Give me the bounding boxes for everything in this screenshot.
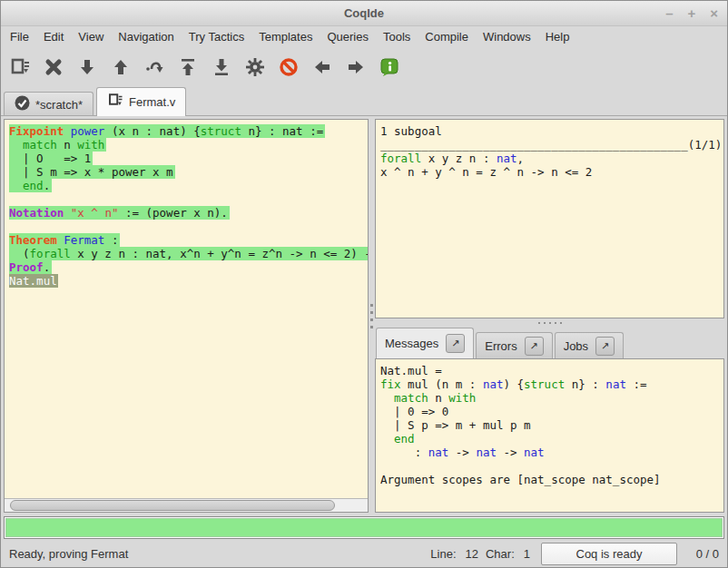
- about-button[interactable]: [378, 55, 401, 79]
- code-line: | O => 1: [9, 152, 368, 165]
- close-button[interactable]: ×: [710, 6, 718, 20]
- code-line: : nat -> nat -> nat: [380, 446, 723, 459]
- toolbar: [1, 47, 727, 86]
- menu-item-navigation[interactable]: Navigation: [111, 28, 181, 45]
- code-line: Notation "x ^ n" := (power x n).: [9, 206, 368, 220]
- progress-fill: [5, 518, 723, 537]
- messages-pane[interactable]: Nat.mul =fix mul (n m : nat) {struct n} …: [375, 358, 724, 513]
- goals-pane[interactable]: 1 subgoal_______________________________…: [375, 119, 724, 318]
- tab-label: *scratch*: [35, 98, 83, 112]
- tab-messages[interactable]: Messages ↗: [376, 328, 474, 358]
- preferences-button[interactable]: [243, 55, 267, 79]
- vertical-splitter[interactable]: [369, 119, 375, 513]
- step-forward-button[interactable]: [75, 55, 99, 79]
- next-button[interactable]: [344, 55, 368, 79]
- main-area: Fixpoint power (x n : nat) {struct n} : …: [1, 116, 727, 513]
- code-line: match n with: [380, 391, 723, 405]
- script-editor[interactable]: Fixpoint power (x n : nat) {struct n} : …: [5, 120, 368, 498]
- menu-item-help[interactable]: Help: [538, 28, 577, 45]
- menu-item-view[interactable]: View: [71, 28, 111, 45]
- gear-icon: [244, 56, 266, 78]
- tab-errors[interactable]: Errors ↗: [476, 332, 552, 358]
- tab-fermat[interactable]: Fermat.v: [96, 87, 186, 116]
- arrow-up-to-bar-icon: [177, 56, 199, 78]
- arrow-down-to-bar-icon: [211, 56, 232, 78]
- menu-item-windows[interactable]: Windows: [476, 28, 538, 45]
- status-message: Ready, proving Fermat: [9, 547, 430, 561]
- no-entry-icon: [278, 56, 300, 78]
- code-line: Fixpoint power (x n : nat) {struct n} : …: [9, 124, 368, 138]
- interrupt-button[interactable]: [277, 55, 300, 79]
- code-line: Nat.mul: [9, 274, 368, 288]
- code-line: | S p => m + mul p m: [380, 418, 723, 432]
- code-line: match n with: [9, 138, 368, 152]
- scrollbar-thumb[interactable]: [10, 500, 335, 511]
- code-line: 1 subgoal: [380, 124, 723, 138]
- menu-item-edit[interactable]: Edit: [36, 28, 71, 45]
- menu-item-queries[interactable]: Queries: [320, 28, 376, 45]
- horizontal-scrollbar[interactable]: [5, 498, 368, 512]
- menu-item-compile[interactable]: Compile: [418, 28, 476, 45]
- step-backward-button[interactable]: [109, 55, 133, 79]
- arrow-left-icon: [311, 56, 333, 78]
- coq-state-indicator: Coq is ready: [541, 543, 677, 565]
- tab-scratch[interactable]: *scratch*: [4, 92, 93, 116]
- coqide-window: CoqIde – + × FileEditViewNavigationTry T…: [0, 0, 728, 568]
- code-line: (forall x y z n : nat, x^n + y^n = z^n -…: [9, 247, 368, 260]
- arrow-right-icon: [345, 56, 367, 78]
- window-title: CoqIde: [344, 6, 384, 20]
- detach-arrow-icon: ↗: [530, 340, 538, 352]
- code-line: fix mul (n m : nat) {struct n} : nat :=: [380, 377, 723, 391]
- goto-end-button[interactable]: [210, 55, 233, 79]
- menu-item-try-tactics[interactable]: Try Tactics: [182, 28, 251, 45]
- tab-label: Messages: [385, 337, 438, 350]
- window-controls: – + ×: [665, 1, 718, 25]
- code-line: [380, 459, 723, 473]
- menu-item-templates[interactable]: Templates: [251, 28, 320, 45]
- code-line: Nat.mul =: [380, 364, 723, 377]
- arrow-up-icon: [110, 56, 132, 78]
- tab-label: Errors: [485, 339, 516, 353]
- message-tabbar: Messages ↗ Errors ↗ Jobs ↗: [375, 328, 724, 358]
- code-line: [9, 192, 368, 206]
- previous-button[interactable]: [310, 55, 334, 79]
- line-value: 12: [466, 547, 478, 561]
- tab-jobs[interactable]: Jobs ↗: [555, 332, 624, 358]
- detach-errors-button[interactable]: ↗: [525, 337, 544, 356]
- code-line: Theorem Fermat :: [9, 233, 368, 247]
- maximize-button[interactable]: +: [687, 6, 695, 20]
- check-circle-icon: [15, 95, 30, 113]
- script-pane: Fixpoint power (x n : nat) {struct n} : …: [4, 119, 369, 513]
- info-bubble-icon: [379, 56, 400, 78]
- save-icon: [9, 56, 31, 78]
- detach-jobs-button[interactable]: ↗: [595, 337, 615, 356]
- right-column: 1 subgoal_______________________________…: [375, 119, 724, 513]
- horizontal-splitter[interactable]: [375, 318, 724, 328]
- close-icon: [43, 56, 64, 78]
- menu-item-file[interactable]: File: [3, 28, 36, 45]
- code-line: end: [380, 432, 723, 446]
- status-right: Line: 12 Char: 1 Coq is ready 0 / 0: [430, 543, 719, 565]
- tab-label: Jobs: [564, 339, 588, 353]
- menu-item-tools[interactable]: Tools: [376, 28, 418, 45]
- code-line: Proof.: [9, 260, 368, 274]
- menubar: FileEditViewNavigationTry TacticsTemplat…: [1, 26, 727, 47]
- job-counts: 0 / 0: [688, 547, 719, 561]
- goto-start-button[interactable]: [176, 55, 200, 79]
- detach-messages-button[interactable]: ↗: [446, 334, 465, 353]
- minimize-button[interactable]: –: [665, 6, 673, 20]
- code-line: | 0 => 0: [380, 405, 723, 418]
- detach-arrow-icon: ↗: [451, 338, 459, 349]
- go-to-cursor-icon: [143, 56, 165, 78]
- code-line: | S m => x * power x m: [9, 165, 368, 179]
- save-button[interactable]: [8, 55, 32, 79]
- titlebar[interactable]: CoqIde – + ×: [1, 1, 727, 26]
- code-line: end.: [9, 179, 368, 192]
- line-label: Line:: [430, 547, 456, 561]
- close-file-button[interactable]: [42, 55, 65, 79]
- goto-cursor-button[interactable]: [143, 55, 166, 79]
- code-line: [9, 220, 368, 233]
- code-line: ________________________________________…: [380, 138, 723, 152]
- char-value: 1: [524, 547, 530, 561]
- char-label: Char:: [486, 547, 515, 561]
